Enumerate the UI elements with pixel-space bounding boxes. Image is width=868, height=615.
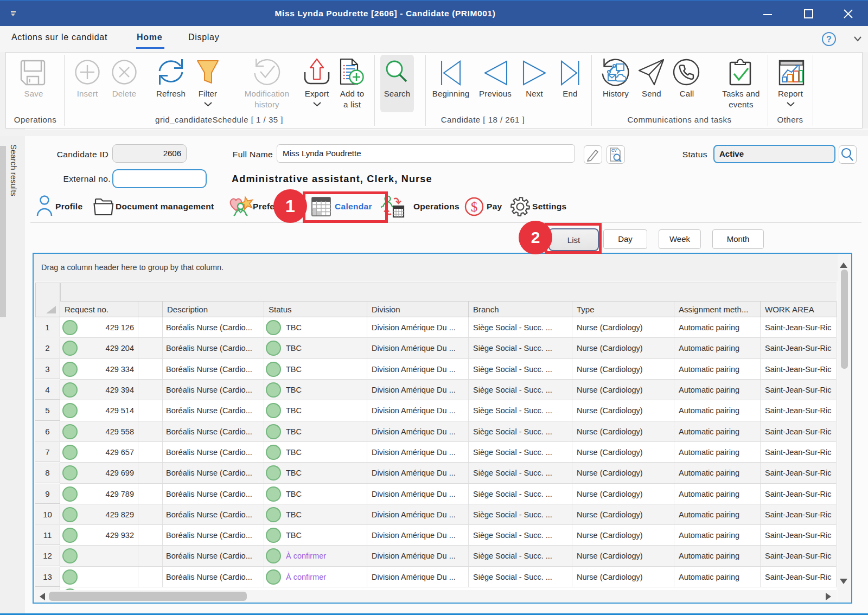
svg-text:CV: CV — [611, 149, 617, 152]
svg-text:$: $ — [471, 200, 478, 214]
